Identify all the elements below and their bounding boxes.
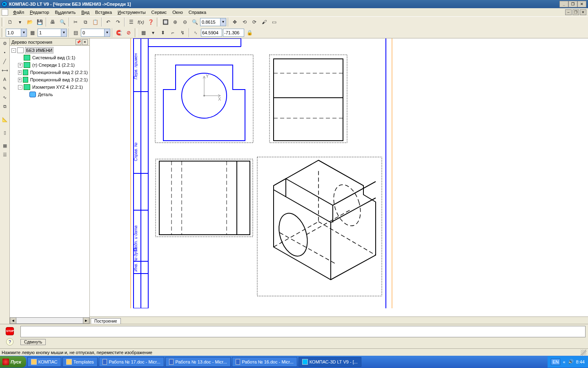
scroll-left-icon[interactable]: ◄ [10, 317, 16, 324]
dimension-tool-icon[interactable]: ⟷ [1, 66, 9, 74]
grid-button[interactable]: ▦ [139, 28, 148, 37]
resize-grip-icon[interactable] [581, 350, 586, 355]
local-cs-button[interactable]: ⌐ [168, 28, 177, 37]
spline-tool-icon[interactable]: ∿ [1, 93, 9, 101]
toolbar-grip[interactable] [2, 18, 4, 27]
scroll-right-icon[interactable]: ► [83, 317, 89, 324]
save-button[interactable]: 💾 [35, 18, 44, 27]
zoom-prev-button[interactable]: ⟲ [240, 18, 249, 27]
new-button[interactable]: 🗋 [6, 18, 15, 27]
expand-icon[interactable]: - [11, 48, 16, 53]
tree-root[interactable]: - БЕЗ ИМЕНИ [11, 47, 89, 54]
bom-tool-icon[interactable]: ☰ [1, 150, 9, 159]
edit-tool-icon[interactable]: ✎ [1, 84, 9, 92]
point-tool-icon[interactable]: • [1, 48, 9, 56]
zoom-out-button[interactable]: ⊖ [180, 18, 189, 27]
coord-lock-button[interactable]: 🔒 [245, 28, 254, 37]
chevron-down-icon[interactable]: ▼ [61, 29, 67, 36]
model-tree[interactable]: - БЕЗ ИМЕНИ Системный вид (1:1) + (т) Сп… [10, 46, 89, 317]
expand-icon[interactable]: + [18, 70, 22, 75]
tree-button[interactable]: ☰ [127, 18, 136, 27]
zoom-window-button[interactable]: 🔍 [190, 18, 199, 27]
views-tool-icon[interactable]: ▦ [1, 141, 9, 150]
tray-icon[interactable]: 🔊 [568, 359, 574, 365]
toolbar-grip[interactable] [157, 18, 159, 27]
menu-select[interactable]: Выделить [52, 9, 78, 16]
mdi-restore-button[interactable]: ❐ [572, 9, 579, 15]
menu-file[interactable]: Файл [11, 9, 27, 16]
zoom-combo[interactable]: 0.8615 ▼ [200, 18, 226, 26]
drawing-canvas[interactable]: Перв. примен Справ. № Подп. и дата Инв. … [90, 38, 588, 316]
cut-button[interactable]: ✂ [71, 18, 80, 27]
grid-dropdown-icon[interactable]: ▾ [149, 28, 158, 37]
expand-icon[interactable]: - [18, 85, 22, 90]
start-button[interactable]: Пуск [0, 356, 26, 368]
tree-item[interactable]: + Проекционный вид 3 (2.2:1) [11, 76, 89, 83]
tab-build[interactable]: Построение [91, 318, 121, 324]
taskbar-item[interactable]: КОМПАС [27, 357, 61, 367]
hatch-button[interactable]: ▤ [71, 28, 80, 37]
ortho-button[interactable]: ⬍ [158, 28, 167, 37]
help-cursor-button[interactable]: ❓ [146, 18, 155, 27]
hatch-combo[interactable]: 0 ▼ [81, 29, 110, 37]
maximize-button[interactable]: ❐ [568, 1, 577, 7]
copy-button[interactable]: ⧉ [81, 18, 90, 27]
tree-item[interactable]: - Изометрия XYZ 4 (2.2:1) [11, 83, 89, 91]
menu-view[interactable]: Вид [79, 9, 92, 16]
snap-magnet-button[interactable]: 🧲 [114, 28, 123, 37]
tree-item[interactable]: + (т) Спереди 1 (2.2:1) [11, 61, 89, 69]
command-input[interactable] [20, 326, 586, 337]
chevron-down-icon[interactable]: ▼ [21, 29, 27, 36]
help-button[interactable]: ? [6, 338, 13, 346]
snap-off-button[interactable]: ⊘ [124, 28, 133, 37]
menu-window[interactable]: Окно [170, 9, 185, 16]
snap-toggle-button[interactable]: ↯ [178, 28, 187, 37]
select-tool-icon[interactable]: ▯ [1, 128, 9, 137]
paste-button[interactable]: 📋 [91, 18, 100, 27]
chevron-down-icon[interactable]: ▼ [220, 18, 226, 26]
coord-y-input[interactable] [223, 29, 244, 37]
mdi-close-button[interactable]: ✕ [580, 9, 586, 15]
redo-button[interactable]: ↷ [114, 18, 122, 27]
zoom-in-button[interactable]: ⊕ [171, 18, 180, 27]
zoom-next-button[interactable]: ⟳ [250, 18, 259, 27]
close-button[interactable]: ✕ [577, 1, 586, 7]
taskbar-item[interactable]: Работа № 17.doc - Micr... [99, 357, 164, 367]
taskbar-item[interactable]: Работа № 13.doc - Micr... [165, 357, 231, 367]
layer-button[interactable]: ▦ [28, 28, 37, 37]
language-indicator[interactable]: EN [551, 359, 560, 365]
taskbar-item[interactable]: Templates [62, 357, 98, 367]
redraw-button[interactable]: 🖌 [260, 18, 269, 27]
menu-edit[interactable]: Редактор [27, 9, 51, 16]
open-button[interactable]: 📂 [25, 18, 34, 27]
chevron-down-icon[interactable]: ▼ [104, 29, 110, 36]
new-dropdown-icon[interactable]: ▾ [16, 18, 24, 27]
tree-part[interactable]: Деталь [11, 91, 89, 98]
tree-close-button[interactable]: ✕ [82, 39, 88, 45]
expand-icon[interactable]: + [18, 63, 22, 67]
line-style-combo[interactable]: 1.0 ▼ [6, 29, 27, 37]
menu-service[interactable]: Сервис [149, 9, 169, 16]
mdi-minimize-button[interactable]: – [565, 9, 572, 15]
undo-button[interactable]: ↶ [104, 18, 113, 27]
menu-help[interactable]: Справка [186, 9, 209, 16]
zoom-fit-button[interactable]: 🔲 [161, 18, 170, 27]
measure-tool-icon[interactable]: 📐 [1, 115, 9, 123]
toolbar-grip[interactable] [135, 28, 137, 37]
tray-expand-icon[interactable]: « [563, 359, 565, 364]
pan-button[interactable]: ✥ [230, 18, 239, 27]
line-tool-icon[interactable]: ╱ [1, 57, 9, 65]
tree-item[interactable]: + Проекционный вид 2 (2.2:1) [11, 69, 89, 76]
expand-icon[interactable]: + [18, 78, 22, 82]
taskbar-item[interactable]: Работа № 16.doc - Micr... [232, 357, 297, 367]
variables-button[interactable]: f(x) [136, 18, 145, 27]
clock[interactable]: 8:44 [576, 359, 585, 364]
params-tool-icon[interactable]: ⧉ [1, 102, 9, 110]
preview-button[interactable]: 🔍 [58, 18, 67, 27]
command-tab-move[interactable]: Сдвинуть [20, 339, 46, 345]
minimize-button[interactable]: _ [559, 1, 568, 7]
toolbar-grip[interactable] [2, 28, 4, 37]
tree-item[interactable]: Системный вид (1:1) [11, 54, 89, 61]
tree-h-scrollbar[interactable]: ◄ ► [10, 317, 89, 324]
geometry-tool-icon[interactable]: ⚙ [1, 39, 9, 47]
